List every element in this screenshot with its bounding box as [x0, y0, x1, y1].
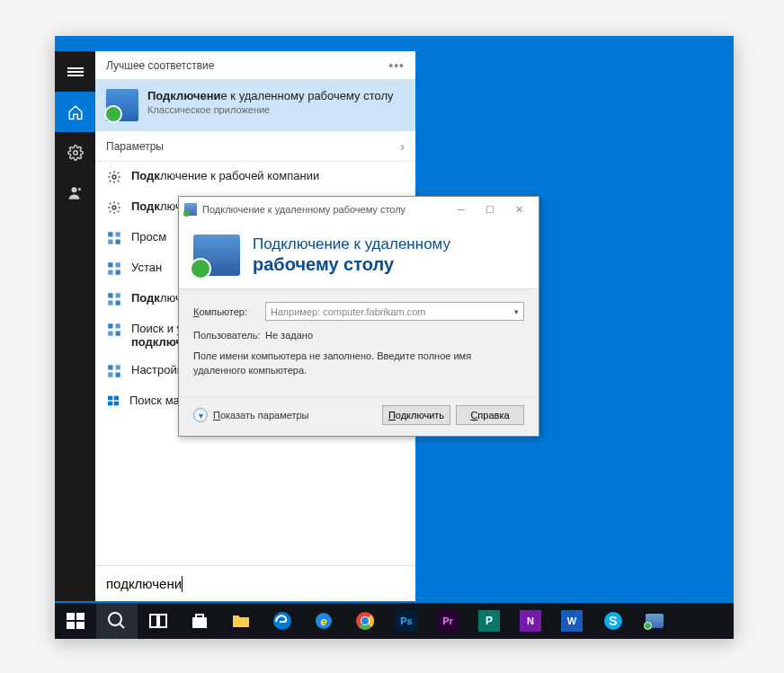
svg-rect-7 — [108, 240, 112, 244]
svg-rect-6 — [116, 232, 120, 236]
taskbar: e Ps Pr P N W S — [55, 603, 734, 639]
skype-button[interactable]: S — [592, 603, 634, 639]
chevron-down-icon: ▾ — [514, 307, 519, 316]
svg-point-44 — [361, 617, 369, 624]
svg-point-3 — [112, 175, 116, 179]
windows-icon — [65, 610, 86, 632]
rdp-titlebar[interactable]: Подключение к удаленному рабочему столу … — [179, 197, 539, 222]
folder-icon — [230, 610, 252, 632]
svg-rect-18 — [116, 323, 120, 328]
best-match-item[interactable]: Подключение к удаленному рабочему столу … — [95, 80, 415, 131]
svg-rect-29 — [67, 613, 75, 620]
banner-line2: рабочему столу — [253, 253, 450, 276]
close-button[interactable]: ✕ — [504, 199, 533, 219]
word-icon: W — [561, 610, 583, 632]
svg-rect-26 — [114, 396, 119, 401]
settings-section-header[interactable]: Параметры › — [95, 131, 415, 162]
computer-row: Компьютер: Например: computer.fabrikam.c… — [193, 302, 524, 321]
rdp-banner: Подключение к удаленному рабочему столу — [179, 222, 539, 289]
start-button[interactable] — [55, 603, 96, 639]
rdp-app-icon — [106, 89, 138, 121]
rdp-title-icon — [184, 203, 197, 216]
task-view-button[interactable] — [138, 603, 179, 639]
help-button[interactable]: Справка — [456, 405, 524, 425]
maximize-button[interactable]: ☐ — [476, 199, 504, 219]
onenote-button[interactable]: N — [510, 603, 551, 639]
word-button[interactable]: W — [551, 603, 592, 639]
user-label: Пользователь: — [193, 330, 265, 341]
svg-rect-30 — [76, 613, 85, 620]
settings-button[interactable] — [55, 132, 95, 173]
svg-rect-17 — [108, 323, 112, 328]
hamburger-button[interactable] — [55, 51, 95, 92]
best-match-text: Подключение к удаленному рабочему столу … — [147, 89, 394, 121]
explorer-button[interactable] — [220, 603, 262, 639]
edge-button[interactable] — [262, 603, 303, 639]
rdp-message: Поле имени компьютера не заполнено. Введ… — [193, 350, 524, 377]
computer-label: Компьютер: — [193, 306, 265, 317]
chrome-button[interactable] — [344, 603, 386, 639]
user-value: Не задано — [265, 330, 313, 341]
svg-rect-21 — [108, 365, 112, 369]
photoshop-button[interactable]: Ps — [386, 603, 427, 639]
onenote-icon: N — [520, 610, 541, 632]
rdp-icon — [646, 614, 664, 628]
user-button[interactable] — [55, 173, 95, 213]
edge-icon — [272, 610, 293, 632]
best-match-header: Лучшее соответствие ••• — [95, 51, 415, 80]
svg-rect-10 — [116, 262, 120, 267]
svg-rect-31 — [67, 622, 75, 629]
tiles-icon — [106, 261, 122, 277]
svg-rect-27 — [108, 402, 112, 406]
search-icon — [106, 610, 128, 632]
computer-combobox[interactable]: Например: computer.fabrikam.com ▾ — [265, 302, 524, 321]
svg-rect-12 — [116, 270, 120, 275]
gear-icon — [67, 145, 84, 161]
svg-rect-22 — [116, 365, 120, 369]
home-button[interactable] — [55, 92, 95, 132]
chrome-icon — [354, 610, 376, 632]
win-icon — [106, 394, 120, 408]
desktop: Лучшее соответствие ••• Подключение к уд… — [55, 36, 734, 639]
header-label: Лучшее соответствие — [106, 59, 214, 72]
svg-text:e: e — [320, 615, 326, 628]
show-options-button[interactable]: ▾ Показать параметры — [193, 408, 309, 422]
svg-point-1 — [71, 187, 76, 192]
premiere-button[interactable]: Pr — [427, 603, 468, 639]
store-button[interactable] — [179, 603, 220, 639]
connect-button[interactable]: Подключить — [382, 405, 450, 425]
tiles-icon — [106, 230, 122, 246]
tiles-icon — [106, 322, 122, 338]
ie-icon: e — [313, 610, 334, 632]
svg-rect-23 — [108, 373, 112, 377]
svg-rect-5 — [108, 232, 112, 236]
expand-icon: ▾ — [193, 408, 208, 422]
publisher-button[interactable]: P — [468, 603, 510, 639]
search-button[interactable] — [96, 603, 138, 639]
search-box[interactable]: подключени — [95, 565, 415, 601]
svg-rect-9 — [108, 262, 112, 267]
rdp-banner-icon — [193, 235, 240, 276]
result-item[interactable]: Подключение к рабочей компании — [95, 162, 415, 192]
svg-rect-25 — [108, 396, 112, 401]
user-icon — [67, 185, 84, 201]
svg-rect-24 — [116, 373, 120, 377]
minimize-button[interactable]: ─ — [447, 199, 476, 219]
tiles-icon — [106, 291, 122, 307]
svg-point-2 — [78, 188, 81, 190]
more-button[interactable]: ••• — [388, 58, 405, 73]
ie-button[interactable]: e — [303, 603, 344, 639]
gear-icon — [106, 169, 122, 185]
chevron-right-icon: › — [400, 139, 405, 154]
banner-line1: Подключение к удаленному — [253, 235, 450, 253]
rdp-taskbar-button[interactable] — [634, 603, 675, 639]
svg-rect-16 — [116, 301, 120, 306]
svg-rect-15 — [108, 301, 112, 306]
svg-rect-11 — [108, 270, 112, 275]
pub-icon: P — [478, 610, 500, 632]
rdp-dialog: Подключение к удаленному рабочему столу … — [178, 196, 539, 437]
ps-icon: Ps — [396, 610, 417, 632]
svg-rect-8 — [116, 240, 120, 244]
pr-icon: Pr — [437, 610, 459, 632]
skype-icon: S — [602, 610, 624, 632]
